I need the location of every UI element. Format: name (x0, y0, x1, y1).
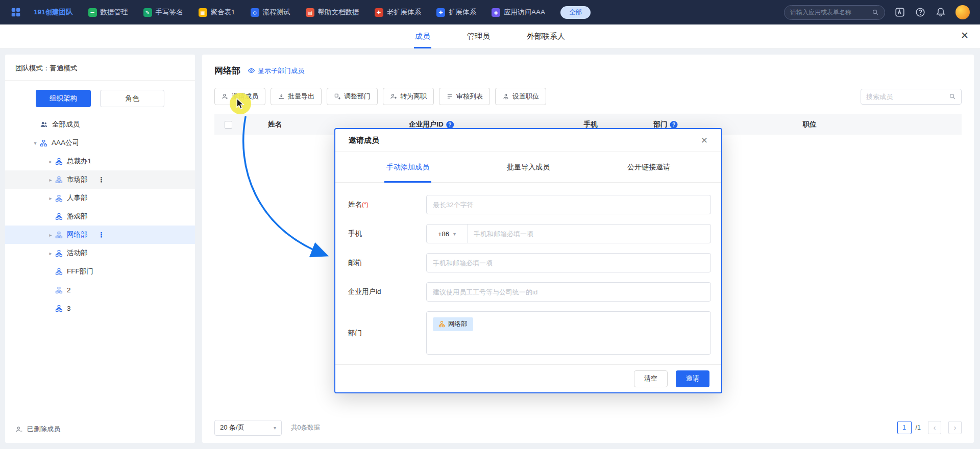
invite-member-button[interactable]: 邀请成员 (214, 88, 265, 105)
data-manage-icon: ☰ (88, 8, 97, 17)
chevron-right-icon[interactable]: ▸ (46, 251, 55, 256)
prev-page-button[interactable]: ‹ (928, 421, 941, 434)
set-position-button[interactable]: 设置职位 (495, 88, 546, 105)
org-icon (55, 231, 63, 239)
batch-export-button[interactable]: 批量导出 (271, 88, 322, 105)
tree-item-aaa-company[interactable]: ▾ AAA公司 (5, 134, 195, 152)
enterprise-userid-field[interactable] (426, 282, 711, 302)
review-list-button[interactable]: 审核列表 (439, 88, 490, 105)
tab-public-link[interactable]: 公开链接邀请 (627, 152, 670, 183)
app-search-field[interactable] (790, 9, 869, 16)
app-search-input[interactable] (784, 5, 885, 20)
role-button[interactable]: 角色 (100, 90, 164, 107)
old-extension-icon: ✚ (375, 8, 383, 17)
email-label: 邮箱 (348, 258, 426, 267)
org-icon (55, 305, 63, 312)
help-icon[interactable] (915, 7, 926, 18)
more-menu-icon[interactable]: ⋮ (98, 176, 105, 184)
all-apps-button[interactable]: 全部 (560, 6, 591, 19)
org-structure-button[interactable]: 组织架构 (36, 90, 91, 107)
member-search-input[interactable] (861, 89, 962, 105)
invite-button[interactable]: 邀请 (676, 370, 709, 387)
page-title: 网络部 (214, 65, 240, 77)
enterprise-userid-label: 企业用户id (348, 287, 426, 296)
search-icon (949, 93, 956, 100)
member-nav-tabs: 成员 管理员 外部联系人 ✕ (0, 24, 980, 48)
tree-item-2[interactable]: 2 (5, 281, 195, 299)
phone-field[interactable] (468, 230, 710, 238)
next-page-button[interactable]: › (948, 421, 962, 434)
required-mark: (*) (362, 201, 369, 208)
chevron-down-icon: ▾ (453, 231, 456, 237)
tree-item-fff-dept[interactable]: FFF部门 (5, 262, 195, 281)
clear-button[interactable]: 清空 (634, 370, 668, 387)
deleted-members-link[interactable]: 已删除成员 (15, 425, 60, 434)
phone-label: 手机 (348, 229, 426, 238)
member-search-field[interactable] (866, 93, 946, 101)
name-label: 姓名(*) (348, 200, 426, 209)
org-icon (55, 176, 63, 184)
tree-item-game-dept[interactable]: 游戏部 (5, 207, 195, 226)
current-page-box[interactable]: 1 (897, 421, 912, 434)
member-toolbar: 邀请成员 批量导出 调整部门 转为离职 审核列表 设置职位 (214, 88, 962, 105)
download-icon (278, 93, 285, 100)
modal-title: 邀请成员 (349, 136, 379, 145)
aggregate-table-icon: ▦ (199, 8, 207, 17)
close-icon[interactable]: ✕ (701, 136, 708, 145)
tab-members[interactable]: 成员 (415, 24, 430, 48)
tab-manual-add[interactable]: 手动添加成员 (386, 152, 429, 183)
app-item-help-doc-data[interactable]: ▤ 帮助文档数据 (306, 8, 359, 17)
chevron-right-icon[interactable]: ▸ (46, 195, 55, 201)
adjust-dept-button[interactable]: 调整部门 (327, 88, 378, 105)
org-icon (55, 250, 63, 257)
country-code-select[interactable]: +86 ▾ (427, 224, 468, 243)
page-size-select[interactable]: 20 条/页 ▾ (214, 420, 282, 436)
set-resigned-button[interactable]: 转为离职 (383, 88, 434, 105)
avatar[interactable] (955, 5, 970, 19)
org-icon (40, 139, 47, 147)
person-leave-icon (390, 93, 397, 100)
help-badge-icon[interactable]: ? (446, 121, 454, 129)
app-item-signature[interactable]: ✎ 手写签名 (143, 8, 183, 17)
name-field[interactable] (426, 195, 711, 214)
tree-item-network-dept[interactable]: ▸ 网络部 ⋮ (5, 226, 195, 244)
dept-picker-box[interactable]: 网络部 (426, 311, 711, 355)
help-badge-icon[interactable]: ? (670, 121, 678, 129)
tree-item-hr-dept[interactable]: ▸ 人事部 (5, 189, 195, 207)
app-item-old-extension[interactable]: ✚ 老扩展体系 (375, 8, 422, 17)
close-icon[interactable]: ✕ (961, 31, 969, 40)
chevron-right-icon[interactable]: ▸ (46, 159, 55, 164)
app-item-extension[interactable]: ✚ 扩展体系 (436, 8, 476, 17)
org-icon (55, 268, 63, 276)
person-delete-icon (15, 426, 23, 433)
bell-icon[interactable] (935, 7, 946, 18)
pagination: 20 条/页 ▾ 共0条数据 1 /1 ‹ › (214, 419, 962, 436)
chevron-right-icon[interactable]: ▸ (46, 232, 55, 238)
tree-item-market-dept[interactable]: ▸ 市场部 ⋮ (5, 170, 195, 189)
more-menu-icon[interactable]: ⋮ (98, 231, 105, 239)
workspace-grid-icon[interactable] (10, 7, 21, 18)
email-field[interactable] (426, 253, 711, 272)
app-item-flow-test[interactable]: ◇ 流程测试 (251, 8, 290, 17)
tree-item-3[interactable]: 3 (5, 299, 195, 317)
show-sub-dept-link[interactable]: 显示子部门成员 (248, 66, 304, 76)
search-icon (872, 9, 879, 16)
app-item-data-manage[interactable]: ☰ 数据管理 (88, 8, 128, 17)
chevron-right-icon[interactable]: ▸ (46, 177, 55, 183)
app-item-app-access[interactable]: ◈ 应用访问AAA (492, 8, 545, 17)
move-icon (334, 93, 341, 100)
tree-item-president-office[interactable]: ▸ 总裁办1 (5, 152, 195, 170)
tab-admins[interactable]: 管理员 (467, 24, 490, 48)
chevron-down-icon[interactable]: ▾ (31, 140, 40, 146)
tab-batch-import[interactable]: 批量导入成员 (507, 152, 550, 183)
tab-external-contacts[interactable]: 外部联系人 (527, 24, 565, 48)
tree-item-all-members[interactable]: 全部成员 (5, 115, 195, 134)
badge-person-icon (502, 93, 509, 100)
app-item-aggregate-table[interactable]: ▦ 聚合表1 (199, 8, 235, 17)
tree-item-activity-dept[interactable]: ▸ 活动部 (5, 244, 195, 262)
dept-tag[interactable]: 网络部 (433, 317, 473, 331)
app-access-icon: ◈ (492, 8, 500, 17)
translate-icon[interactable] (894, 7, 905, 18)
select-all-checkbox[interactable] (225, 121, 232, 129)
app-item-current[interactable]: 191创建团队 (34, 8, 73, 17)
